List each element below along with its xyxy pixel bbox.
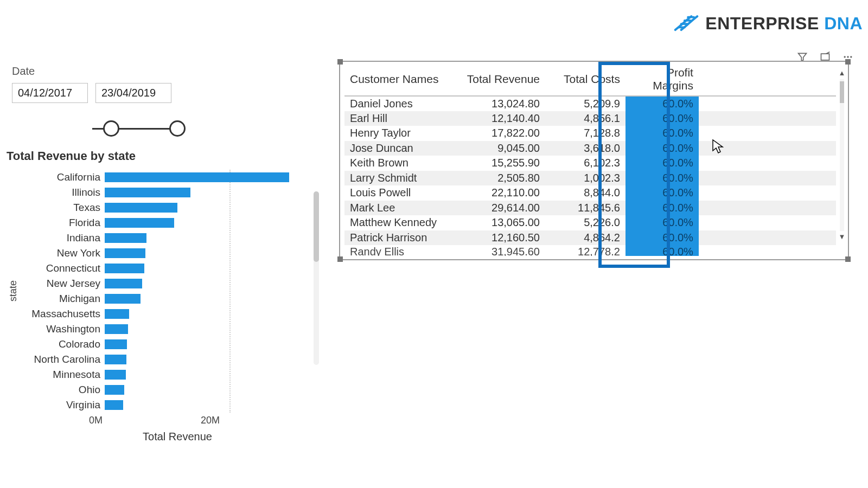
bar-track xyxy=(105,217,316,229)
cell-costs: 5,209.9 xyxy=(545,96,626,111)
cell-profit-margin: 60.0% xyxy=(626,230,699,246)
scroll-down-icon[interactable]: ▼ xyxy=(838,233,846,241)
brand-name: ENTERPRISE xyxy=(705,14,819,33)
cell-revenue: 12,160.50 xyxy=(453,230,545,246)
bar-row[interactable]: Florida xyxy=(19,215,316,230)
svg-rect-4 xyxy=(821,54,829,60)
cell-profit-margin: 60.0% xyxy=(626,201,699,216)
cell-revenue: 17,822.00 xyxy=(453,126,545,141)
bar-row[interactable]: Michigan xyxy=(19,291,316,306)
brand-accent: DNA xyxy=(824,14,863,33)
slider-handle-end[interactable] xyxy=(169,120,186,137)
date-start-field[interactable] xyxy=(12,83,88,103)
table-row[interactable]: Keith Brown15,255.906,102.360.0% xyxy=(344,156,836,171)
chart-scroll-thumb[interactable] xyxy=(314,191,319,262)
cell-profit-margin: 60.0% xyxy=(626,245,699,256)
slider-handle-start[interactable] xyxy=(103,120,119,137)
y-axis-title: state xyxy=(7,280,19,301)
scroll-up-icon[interactable]: ▲ xyxy=(838,69,846,77)
col-profit-margins[interactable]: Profit Margins xyxy=(626,63,699,96)
col-customer-names[interactable]: Customer Names xyxy=(344,63,453,96)
cell-profit-margin: 60.0% xyxy=(626,215,699,230)
bar-track xyxy=(105,232,316,244)
table-row[interactable]: Henry Taylor17,822.007,128.860.0% xyxy=(344,126,836,141)
table-row[interactable]: Jose Duncan9,045.003,618.060.0% xyxy=(344,141,836,156)
cell-revenue: 9,045.00 xyxy=(453,141,545,156)
chart-title: Total Revenue by state xyxy=(7,149,316,163)
cell-name: Henry Taylor xyxy=(344,126,453,141)
table-row[interactable]: Louis Powell22,110.008,844.060.0% xyxy=(344,185,836,201)
col-total-revenue[interactable]: Total Revenue xyxy=(453,63,545,96)
date-range-slider[interactable] xyxy=(16,120,301,137)
cell-costs: 7,128.8 xyxy=(545,126,626,141)
table-row[interactable]: Mark Lee29,614.0011,845.660.0% xyxy=(344,201,836,216)
bar-row[interactable]: New York xyxy=(19,246,316,261)
cell-name: Daniel Jones xyxy=(344,96,453,111)
cell-name: Keith Brown xyxy=(344,156,453,171)
chart-scrollbar[interactable] xyxy=(314,191,319,365)
bar-fill xyxy=(105,172,289,182)
date-end-field[interactable] xyxy=(95,83,171,103)
cell-profit-margin: 60.0% xyxy=(626,171,699,186)
resize-handle-tr[interactable] xyxy=(845,59,851,65)
bar-row[interactable]: New Jersey xyxy=(19,276,316,291)
col-total-costs[interactable]: Total Costs xyxy=(545,63,626,96)
cell-revenue: 2,505.80 xyxy=(453,171,545,186)
table-row[interactable]: Daniel Jones13,024.805,209.960.0% xyxy=(344,96,836,111)
bar-row[interactable]: Virginia xyxy=(19,397,316,413)
slicer-label: Date xyxy=(12,65,305,78)
bar-row[interactable]: Indiana xyxy=(19,230,316,246)
cell-revenue: 13,024.80 xyxy=(453,96,545,111)
table-row[interactable]: Randy Ellis31,945.6012,778.260.0% xyxy=(344,245,836,256)
cell-name: Jose Duncan xyxy=(344,141,453,156)
bar-label: New Jersey xyxy=(19,278,105,290)
resize-handle-bl[interactable] xyxy=(337,256,343,262)
cell-name: Matthew Kennedy xyxy=(344,215,453,230)
table-row[interactable]: Larry Schmidt2,505.801,002.360.0% xyxy=(344,171,836,186)
bar-track xyxy=(105,247,316,259)
bar-fill xyxy=(105,400,123,410)
table-row[interactable]: Earl Hill12,140.404,856.160.0% xyxy=(344,111,836,126)
bar-track xyxy=(105,369,316,381)
cell-profit-margin: 60.0% xyxy=(626,126,699,141)
bar-row[interactable]: Washington xyxy=(19,322,316,337)
cell-costs: 11,845.6 xyxy=(545,201,626,216)
revenue-by-state-chart[interactable]: Total Revenue by state state CaliforniaI… xyxy=(7,149,316,443)
resize-handle-tl[interactable] xyxy=(337,59,343,65)
cell-profit-margin: 60.0% xyxy=(626,141,699,156)
table-scrollbar[interactable]: ▲ ▼ xyxy=(838,69,846,241)
bar-fill xyxy=(105,248,145,258)
bar-label: Colorado xyxy=(19,338,105,350)
bar-row[interactable]: North Carolina xyxy=(19,352,316,367)
x-axis-ticks: 0M 20M xyxy=(97,415,316,426)
bar-fill xyxy=(105,355,126,364)
bar-label: North Carolina xyxy=(19,354,105,365)
bar-row[interactable]: Massachusetts xyxy=(19,306,316,322)
cell-revenue: 13,065.00 xyxy=(453,215,545,230)
svg-point-5 xyxy=(844,56,846,57)
bar-label: Indiana xyxy=(19,232,105,244)
cell-revenue: 12,140.40 xyxy=(453,111,545,126)
resize-handle-br[interactable] xyxy=(845,256,851,262)
dna-icon xyxy=(673,12,700,35)
bar-row[interactable]: Ohio xyxy=(19,382,316,397)
x-axis-title: Total Revenue xyxy=(39,431,316,443)
cell-name: Larry Schmidt xyxy=(344,171,453,186)
bar-row[interactable]: Colorado xyxy=(19,337,316,352)
cell-profit-margin: 60.0% xyxy=(626,156,699,171)
bar-row[interactable]: California xyxy=(19,170,316,185)
table-row[interactable]: Patrick Harrison12,160.504,864.260.0% xyxy=(344,230,836,246)
scroll-thumb[interactable] xyxy=(840,81,844,103)
bar-track xyxy=(105,384,316,396)
bar-row[interactable]: Texas xyxy=(19,200,316,215)
bar-label: Illinois xyxy=(19,187,105,198)
bar-row[interactable]: Illinois xyxy=(19,185,316,200)
bar-row[interactable]: Minnesota xyxy=(19,367,316,382)
bar-label: Florida xyxy=(19,217,105,229)
customer-table-visual[interactable]: Customer Names Total Revenue Total Costs… xyxy=(339,61,849,260)
table-row[interactable]: Matthew Kennedy13,065.005,226.060.0% xyxy=(344,215,836,230)
bar-fill xyxy=(105,264,144,273)
bar-row[interactable]: Connecticut xyxy=(19,261,316,276)
bar-label: Virginia xyxy=(19,399,105,411)
cell-name: Randy Ellis xyxy=(344,245,453,256)
